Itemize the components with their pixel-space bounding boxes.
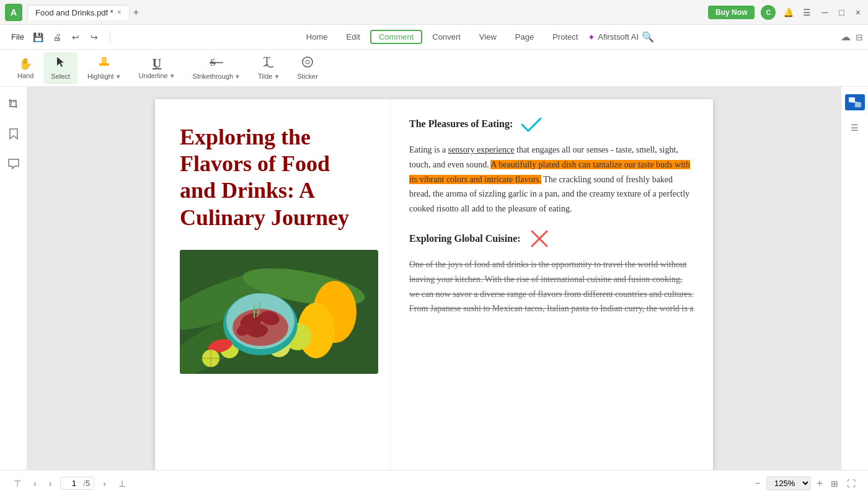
tilde-tool[interactable]: T Tilde ▼ [250, 52, 287, 84]
highlight-tool[interactable]: Highlight ▼ [80, 52, 129, 84]
svg-point-22 [232, 309, 288, 346]
tab-close-button[interactable]: × [117, 8, 122, 17]
section1-body: Eating is a sensory experience that enga… [409, 143, 694, 216]
menu-bar: File 💾 🖨 ↩ ↪ Home Edit Comment Convert V… [0, 25, 868, 50]
translate-button[interactable] [845, 94, 865, 110]
section1-header: The Pleasures of Eating: [409, 112, 694, 136]
fit-page-button[interactable]: ⊞ [828, 476, 841, 491]
zoom-selector[interactable]: 50% 75% 100% 125% 150% 200% [766, 476, 811, 490]
strikethrough-label-wrap: Strikethrough ▼ [193, 73, 241, 80]
underline-arrow-icon: ▼ [169, 73, 175, 79]
next-page-button[interactable]: › [99, 476, 110, 491]
strikethrough-label: Strikethrough [193, 73, 233, 80]
zoom-controls: － 50% 75% 100% 125% 150% 200% ＋ ⊞ ⛶ [753, 476, 858, 491]
go-to-last-page-button[interactable]: ⊥ [115, 476, 130, 491]
fullscreen-button[interactable]: ⛶ [844, 476, 858, 491]
user-avatar-icon[interactable]: C [761, 5, 776, 20]
maximize-button[interactable]: □ [836, 7, 846, 17]
pdf-left-column: Exploring the Flavors of Food and Drinks… [155, 99, 391, 470]
menu-right-icons: ☁ ⊟ [841, 31, 863, 43]
section2-header: Exploring Global Cuisine: [409, 226, 694, 251]
buy-now-button[interactable]: Buy Now [708, 6, 755, 19]
sticker-icon [301, 56, 314, 71]
sidebar-crop-icon[interactable] [4, 94, 24, 114]
menu-icon[interactable]: ☰ [800, 6, 813, 19]
sidebar-comment-icon[interactable] [4, 154, 24, 174]
underline-tool[interactable]: U Underline ▼ [131, 52, 183, 84]
quick-access-toolbar: 💾 🖨 ↩ ↪ [30, 29, 102, 45]
page-number-input[interactable] [64, 479, 83, 488]
ai-label: Afirstsoft AI [598, 32, 639, 42]
total-pages: 5 [86, 479, 90, 488]
divider [110, 31, 110, 43]
active-tab[interactable]: Food and Drinks.pdf * × [27, 5, 130, 20]
svg-point-5 [306, 60, 309, 64]
svg-rect-31 [849, 97, 855, 102]
svg-rect-32 [855, 102, 861, 107]
right-panel-icon[interactable]: ☰ [848, 120, 862, 135]
highlight-arrow-icon: ▼ [115, 73, 122, 80]
tilde-icon: T [262, 56, 276, 71]
cross-icon [527, 226, 552, 251]
section1-title: The Pleasures of Eating: [409, 118, 513, 130]
undo-icon[interactable]: ↩ [68, 29, 84, 45]
search-button[interactable]: 🔍 [640, 29, 656, 45]
minimize-button[interactable]: ─ [819, 7, 830, 17]
nav-view[interactable]: View [471, 30, 505, 44]
sticker-tool[interactable]: Sticker [290, 52, 326, 84]
underline-label: Underline [139, 72, 168, 79]
main-layout: Exploring the Flavors of Food and Drinks… [0, 87, 868, 470]
title-bar: A Food and Drinks.pdf * × + Buy Now C 🔔 … [0, 0, 868, 25]
sticker-label: Sticker [297, 73, 318, 80]
tilde-label-wrap: Tilde ▼ [258, 73, 280, 80]
page-input-wrap: / 5 [60, 477, 94, 490]
new-tab-button[interactable]: + [133, 7, 139, 18]
tilde-arrow-icon: ▼ [273, 73, 280, 80]
svg-point-4 [303, 57, 312, 67]
nav-convert[interactable]: Convert [423, 30, 469, 44]
notification-icon[interactable]: 🔔 [782, 6, 794, 19]
previous-page-button[interactable]: ‹ [30, 476, 40, 491]
strikethrough-icon: S [210, 56, 223, 71]
file-menu[interactable]: File [5, 30, 30, 44]
underline-label-wrap: Underline ▼ [139, 72, 175, 79]
pdf-page: Exploring the Flavors of Food and Drinks… [155, 99, 713, 470]
nav-page[interactable]: Page [507, 30, 542, 44]
pdf-right-column: The Pleasures of Eating: Eating is a sen… [391, 99, 713, 470]
save-icon[interactable]: 💾 [30, 29, 46, 45]
ai-button[interactable]: ✦ Afirstsoft AI [588, 32, 639, 42]
sensory-experience-text: sensory experience [448, 145, 515, 154]
hand-tool[interactable]: ✋ Hand [10, 52, 41, 84]
zoom-out-button[interactable]: － [753, 477, 763, 490]
tab-title: Food and Drinks.pdf * [35, 8, 113, 17]
highlighted-text: A beautifully plated dish can tantalize … [409, 160, 690, 184]
checkmark-icon [519, 112, 544, 136]
section2-title: Exploring Global Cuisine: [409, 233, 521, 244]
next-page-left-button[interactable]: › [45, 476, 56, 491]
print-icon[interactable]: 🖨 [49, 29, 65, 45]
go-to-first-page-button[interactable]: ⊤ [10, 476, 25, 491]
content-area: Exploring the Flavors of Food and Drinks… [27, 87, 841, 470]
strikethrough-tool[interactable]: S Strikethrough ▼ [185, 52, 248, 84]
underline-icon: U [153, 56, 161, 71]
comment-toolbar: ✋ Hand Select Highlight ▼ U Underline ▼ … [0, 50, 868, 87]
tilde-label: Tilde [258, 73, 272, 80]
food-image-svg [180, 250, 378, 374]
sidebar-bookmark-icon[interactable] [4, 124, 24, 144]
nav-edit[interactable]: Edit [338, 30, 369, 44]
svg-rect-6 [11, 102, 16, 107]
nav-protect[interactable]: Protect [544, 30, 587, 44]
nav-comment[interactable]: Comment [370, 30, 422, 44]
select-tool[interactable]: Select [43, 52, 78, 84]
zoom-in-button[interactable]: ＋ [815, 477, 825, 490]
close-button[interactable]: × [853, 7, 863, 17]
settings-icon[interactable]: ⊟ [856, 32, 863, 42]
highlight-label: Highlight [87, 73, 114, 80]
hand-icon: ✋ [19, 57, 32, 71]
file-menu-label: File [11, 32, 24, 42]
redo-icon[interactable]: ↪ [86, 29, 102, 45]
highlight-icon [97, 56, 111, 71]
right-panel: ☰ [841, 87, 868, 470]
nav-home[interactable]: Home [298, 30, 337, 44]
cloud-icon[interactable]: ☁ [841, 31, 851, 43]
